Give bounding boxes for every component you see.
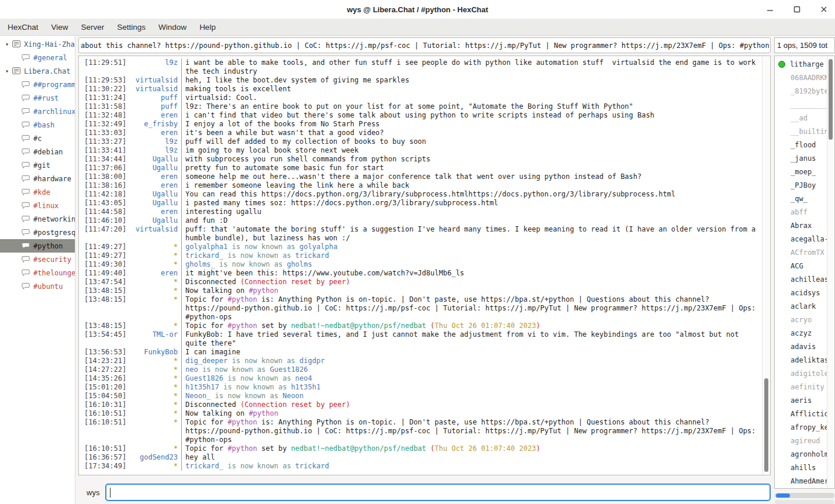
message-text: neo (185, 365, 198, 374)
tree-item-thelounge[interactable]: #thelounge (0, 266, 75, 279)
tree-item-hardware[interactable]: #hardware (0, 172, 75, 185)
message-text: Disconnected (185, 401, 240, 409)
tree-item-security[interactable]: #security (0, 253, 75, 266)
user-item[interactable]: ahills (775, 461, 834, 474)
link[interactable]: https://docs.python.org/3/library/subpro… (291, 199, 498, 207)
message-text: Topic for (185, 322, 227, 330)
nick: puff (134, 94, 182, 102)
close-button[interactable] (819, 4, 829, 15)
menu-hexchat[interactable]: HexChat (1, 19, 45, 35)
maximize-button[interactable] (792, 4, 802, 15)
user-item[interactable]: aefinity (775, 380, 834, 393)
tree-item-archlinux[interactable]: #archlinux (0, 105, 75, 118)
menu-help[interactable]: Help (193, 19, 222, 35)
expander-icon[interactable]: ▾ (2, 41, 12, 47)
timestamp: [11:49:27] (79, 251, 134, 260)
user-item[interactable]: ACfromTX (775, 246, 834, 259)
user-item[interactable]: _________ (775, 98, 834, 111)
tree-item-c[interactable]: #c (0, 132, 75, 145)
user-item[interactable]: litharge (775, 57, 834, 71)
chat-scrollbar[interactable] (762, 57, 770, 474)
user-item[interactable]: __builtin (775, 125, 834, 138)
chat-scrollbar-handle[interactable] (764, 378, 768, 472)
user-item[interactable]: _qw_ (775, 192, 834, 205)
tree-item-bash[interactable]: #bash (0, 118, 75, 132)
user-item[interactable]: aeris (775, 393, 834, 407)
tree-item-git[interactable]: #git (0, 158, 75, 172)
user-item[interactable]: abff (775, 205, 834, 219)
userlist-hscrollbar-handle[interactable] (776, 493, 790, 498)
user-name: Abrax (791, 222, 812, 230)
message-text: i remember someone leaving the link here… (185, 181, 409, 189)
tree-item-ubuntu[interactable]: #ubuntu (0, 279, 75, 293)
timestamp: [11:37:06] (79, 164, 134, 172)
user-item[interactable]: _flood (775, 138, 834, 151)
message-input[interactable] (105, 484, 771, 501)
userlist-hscrollbar[interactable] (775, 493, 834, 498)
tree-item-programming[interactable]: ##programming (0, 78, 75, 91)
chat-line: [14:27:22]*neo is now known as Guest1826 (79, 365, 762, 374)
timestamp: [14:35:26] (79, 374, 134, 383)
expander-icon[interactable]: ▾ (2, 68, 12, 74)
user-item[interactable]: _moep_ (775, 165, 834, 178)
link[interactable]: https://docs.python.org/3/library/subpro… (261, 190, 675, 198)
link[interactable]: https://www.youtube.com/watch?v=Jd8ulMb6… (282, 269, 464, 277)
tree-item-networking[interactable]: #networking (0, 212, 75, 226)
tree-item-linux[interactable]: #linux (0, 199, 75, 212)
message: it's been a while but wasn't that a good… (182, 129, 762, 137)
menu-server[interactable]: Server (75, 19, 111, 35)
user-item[interactable]: adeliktas (775, 353, 834, 367)
menu-settings[interactable]: Settings (111, 19, 152, 35)
user-item[interactable]: _janus (775, 151, 834, 165)
tree-item-postgresql[interactable]: #postgresql (0, 226, 75, 239)
message-text: set by (257, 444, 291, 453)
message: trickard_ is now known as trickard (182, 251, 762, 260)
tree-item-libera-chat[interactable]: ▾Libera.Chat (0, 64, 75, 78)
tree-item-kde[interactable]: #kde (0, 185, 75, 199)
user-item[interactable]: aczyz (775, 326, 834, 340)
topic-input[interactable]: about this channel? https://pound-python… (78, 37, 771, 53)
userlist-scrollbar-handle[interactable] (829, 59, 833, 140)
user-item[interactable]: Afflictio (775, 407, 834, 420)
nick: eren (134, 111, 182, 120)
user-item[interactable]: adavis (775, 340, 834, 353)
timestamp: [13:47:54] (79, 278, 134, 286)
message-text: trickard (295, 462, 329, 470)
tree-item-label: #networking (33, 215, 75, 223)
user-item[interactable]: acidsys (775, 286, 834, 299)
tree-item-xing-hai-zhan[interactable]: ▾Xing-Hai-Zhan (0, 37, 75, 51)
userlist-scrollbar[interactable] (827, 57, 834, 488)
tree-item-general[interactable]: #general (0, 51, 75, 64)
maximize-icon (792, 5, 802, 14)
menu-view[interactable]: View (45, 19, 75, 35)
user-item[interactable]: acegalla- (775, 232, 834, 246)
user-item[interactable]: _8192byte (775, 84, 834, 98)
tree-item-rust[interactable]: ##rust (0, 91, 75, 105)
tree-item-python[interactable]: #python (0, 239, 75, 253)
userlist-hscrollbar-track[interactable] (775, 500, 834, 504)
user-item[interactable]: 068AADRKN (775, 71, 834, 84)
user-item[interactable]: agronholm (775, 447, 834, 461)
channel-icon (21, 80, 31, 89)
user-item[interactable]: Abrax (775, 219, 834, 232)
tree-item-label: #kde (33, 188, 50, 196)
user-name: agronholm (791, 450, 829, 458)
tree-item-label: #archlinux (33, 108, 75, 116)
user-item[interactable]: afropy_ke (775, 420, 834, 434)
user-item[interactable]: aclark (775, 299, 834, 313)
user-item[interactable]: acryo (775, 313, 834, 326)
user-item[interactable]: agireud (775, 434, 834, 447)
user-item[interactable]: _PJBoy (775, 178, 834, 192)
message: Disconnected (Connection reset by peer) (182, 278, 762, 286)
user-item[interactable]: ACG (775, 259, 834, 272)
message: Topic for #python set by nedbat!~nedbat@… (182, 444, 762, 453)
chat-line: [14:35:26]*Guest1826 is now known as neo… (79, 374, 762, 383)
minimize-button[interactable] (765, 4, 775, 15)
user-item[interactable]: achilleas (775, 272, 834, 286)
user-item[interactable]: AhmedAmer (775, 474, 834, 488)
user-item[interactable]: adigitole (775, 367, 834, 380)
tree-item-debian[interactable]: #debian (0, 145, 75, 158)
menu-window[interactable]: Window (152, 19, 193, 35)
user-item[interactable]: __ad (775, 111, 834, 125)
message-text: Thu Oct 26 01:07:40 2023 (434, 444, 536, 453)
